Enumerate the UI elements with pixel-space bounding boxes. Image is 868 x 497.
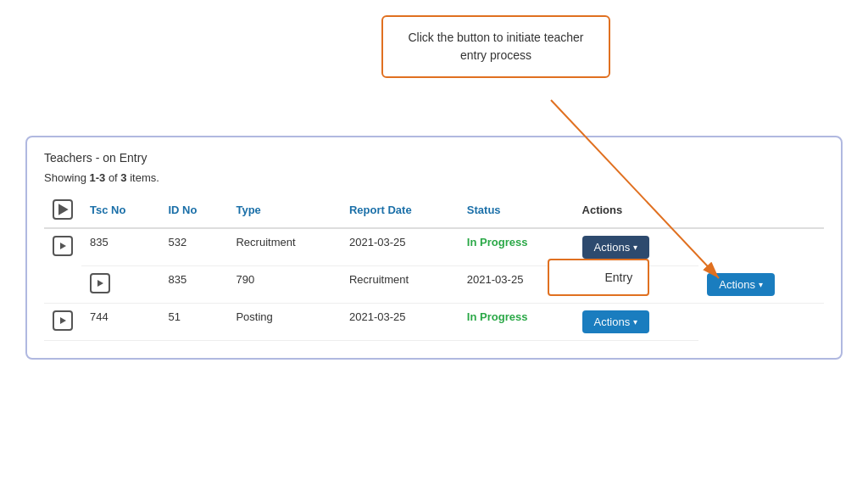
entry-menu-item[interactable]: Entry — [549, 264, 648, 291]
row-actions-cell: Actions ▾ Entry — [574, 228, 699, 266]
panel-title: Teachers - on Entry — [44, 151, 824, 165]
th-status: Status — [459, 193, 574, 228]
actions-dropdown-open: Actions ▾ Entry — [582, 236, 650, 259]
actions-button-open[interactable]: Actions ▾ — [582, 236, 650, 259]
header-play-icon — [53, 199, 73, 220]
th-tsc-no: Tsc No — [81, 193, 159, 228]
table-panel: Teachers - on Entry Showing 1-3 of 3 ite… — [25, 136, 843, 360]
play-icon[interactable] — [53, 236, 73, 256]
th-id-no: ID No — [159, 193, 227, 228]
table-row: 74451Posting2021-03-25In Progress Action… — [44, 303, 824, 340]
row-actions-cell: Actions ▾ — [574, 303, 699, 340]
page-wrapper: Click the button to initiate teacher ent… — [0, 0, 868, 497]
play-icon[interactable] — [53, 310, 73, 331]
row-checkbox-cell — [81, 266, 159, 304]
actions-label: Actions — [719, 278, 755, 291]
row-status: In Progress — [459, 303, 574, 340]
svg-marker-4 — [97, 280, 103, 287]
row-checkbox-cell — [44, 303, 81, 340]
row-checkbox-cell — [44, 228, 81, 303]
row-type: Posting — [227, 303, 341, 340]
actions-dropdown-menu: Entry — [548, 259, 649, 296]
caret-icon: ▾ — [633, 317, 637, 327]
actions-label: Actions — [594, 241, 631, 254]
actions-label: Actions — [594, 316, 631, 328]
table-header-row: Tsc No ID No Type Report Date Status Act… — [44, 193, 824, 228]
data-table: Tsc No ID No Type Report Date Status Act… — [44, 193, 824, 341]
row-report-date: 2021-03-25 — [341, 228, 459, 266]
caret-icon: ▾ — [633, 243, 637, 252]
th-actions: Actions — [574, 193, 699, 228]
table-row: 835532Recruitment2021-03-25In Progress A… — [44, 228, 824, 266]
row-tsc-no: 835 — [81, 228, 159, 266]
showing-text: Showing 1-3 of 3 items. — [44, 171, 824, 184]
caret-icon: ▾ — [759, 280, 763, 289]
table-row: 835790Recruitment2021-03-25In Progress A… — [44, 266, 824, 304]
row-id-no: 790 — [227, 266, 341, 304]
row-actions-cell: Actions ▾ — [698, 266, 824, 304]
actions-button[interactable]: Actions ▾ — [582, 310, 650, 333]
table-body: 835532Recruitment2021-03-25In Progress A… — [44, 228, 824, 340]
row-id-no: 532 — [159, 228, 227, 266]
actions-button[interactable]: Actions ▾ — [707, 273, 775, 296]
svg-marker-2 — [58, 204, 69, 215]
tooltip-text: Click the button to initiate teacher ent… — [408, 31, 583, 62]
row-tsc-no: 835 — [159, 266, 227, 304]
play-icon[interactable] — [90, 273, 110, 293]
row-report-date: 2021-03-25 — [341, 303, 459, 340]
row-id-no: 51 — [159, 303, 227, 340]
row-type: Recruitment — [227, 228, 341, 266]
row-type: Recruitment — [341, 266, 459, 304]
svg-marker-5 — [60, 317, 66, 324]
th-report-date: Report Date — [341, 193, 459, 228]
row-tsc-no: 744 — [81, 303, 159, 340]
svg-marker-3 — [60, 243, 66, 249]
th-checkbox — [44, 193, 81, 228]
th-type: Type — [227, 193, 341, 228]
tooltip-box: Click the button to initiate teacher ent… — [381, 15, 610, 78]
